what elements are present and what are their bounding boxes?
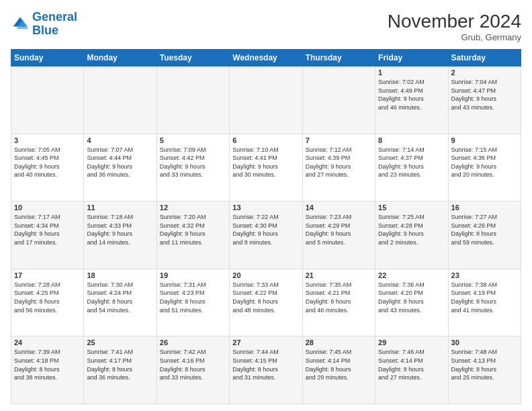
day-number: 24 <box>14 338 81 347</box>
calendar-cell <box>302 66 375 134</box>
day-info: Sunrise: 7:42 AM Sunset: 4:16 PM Dayligh… <box>160 348 226 381</box>
logo-text: General Blue <box>32 11 77 38</box>
day-info: Sunrise: 7:33 AM Sunset: 4:22 PM Dayligh… <box>232 281 299 314</box>
weekday-header-saturday: Saturday <box>448 50 521 66</box>
day-info: Sunrise: 7:09 AM Sunset: 4:42 PM Dayligh… <box>160 146 226 179</box>
header: General Blue November 2024 Grub, Germany <box>11 11 521 42</box>
calendar-cell: 30Sunrise: 7:48 AM Sunset: 4:13 PM Dayli… <box>448 336 521 404</box>
weekday-header-row: SundayMondayTuesdayWednesdayThursdayFrid… <box>11 50 521 66</box>
day-number: 27 <box>232 338 299 347</box>
day-number: 7 <box>306 136 372 144</box>
day-info: Sunrise: 7:17 AM Sunset: 4:34 PM Dayligh… <box>14 213 81 246</box>
calendar-cell: 2Sunrise: 7:04 AM Sunset: 4:47 PM Daylig… <box>448 66 521 134</box>
day-number: 8 <box>378 136 445 144</box>
day-info: Sunrise: 7:07 AM Sunset: 4:44 PM Dayligh… <box>87 146 153 179</box>
day-number: 14 <box>306 203 372 212</box>
day-info: Sunrise: 7:14 AM Sunset: 4:37 PM Dayligh… <box>378 146 445 179</box>
day-number: 12 <box>160 203 226 212</box>
day-info: Sunrise: 7:35 AM Sunset: 4:21 PM Dayligh… <box>306 281 372 314</box>
day-info: Sunrise: 7:25 AM Sunset: 4:28 PM Dayligh… <box>378 213 445 246</box>
day-number: 9 <box>451 136 518 144</box>
logo: General Blue <box>11 11 77 38</box>
calendar-cell: 10Sunrise: 7:17 AM Sunset: 4:34 PM Dayli… <box>11 201 84 269</box>
day-info: Sunrise: 7:46 AM Sunset: 4:14 PM Dayligh… <box>378 348 445 381</box>
day-info: Sunrise: 7:23 AM Sunset: 4:29 PM Dayligh… <box>306 213 372 246</box>
day-number: 30 <box>451 338 518 347</box>
day-info: Sunrise: 7:39 AM Sunset: 4:18 PM Dayligh… <box>14 348 81 381</box>
day-number: 17 <box>14 271 81 279</box>
calendar-cell: 13Sunrise: 7:22 AM Sunset: 4:30 PM Dayli… <box>230 201 302 269</box>
day-number: 28 <box>306 338 372 347</box>
day-info: Sunrise: 7:20 AM Sunset: 4:32 PM Dayligh… <box>160 213 226 246</box>
weekday-header-thursday: Thursday <box>302 50 375 66</box>
calendar-cell: 27Sunrise: 7:44 AM Sunset: 4:15 PM Dayli… <box>230 336 302 404</box>
day-info: Sunrise: 7:12 AM Sunset: 4:39 PM Dayligh… <box>306 146 372 179</box>
day-number: 1 <box>378 68 445 77</box>
calendar-cell: 23Sunrise: 7:38 AM Sunset: 4:19 PM Dayli… <box>448 269 521 336</box>
calendar-cell: 25Sunrise: 7:41 AM Sunset: 4:17 PM Dayli… <box>84 336 157 404</box>
day-info: Sunrise: 7:28 AM Sunset: 4:25 PM Dayligh… <box>14 281 81 314</box>
weekday-header-sunday: Sunday <box>11 50 84 66</box>
calendar-cell: 5Sunrise: 7:09 AM Sunset: 4:42 PM Daylig… <box>157 134 229 201</box>
calendar-cell: 19Sunrise: 7:31 AM Sunset: 4:23 PM Dayli… <box>157 269 229 336</box>
calendar-cell: 8Sunrise: 7:14 AM Sunset: 4:37 PM Daylig… <box>375 134 448 201</box>
day-number: 29 <box>378 338 445 347</box>
day-info: Sunrise: 7:38 AM Sunset: 4:19 PM Dayligh… <box>451 281 518 314</box>
day-number: 23 <box>451 271 518 279</box>
calendar-cell: 9Sunrise: 7:15 AM Sunset: 4:36 PM Daylig… <box>448 134 521 201</box>
day-number: 15 <box>378 203 445 212</box>
day-info: Sunrise: 7:22 AM Sunset: 4:30 PM Dayligh… <box>232 213 299 246</box>
calendar-cell: 28Sunrise: 7:45 AM Sunset: 4:14 PM Dayli… <box>302 336 375 404</box>
calendar-cell: 29Sunrise: 7:46 AM Sunset: 4:14 PM Dayli… <box>375 336 448 404</box>
day-number: 21 <box>306 271 372 279</box>
day-number: 18 <box>87 271 153 279</box>
calendar-cell: 6Sunrise: 7:10 AM Sunset: 4:41 PM Daylig… <box>230 134 302 201</box>
day-number: 20 <box>232 271 299 279</box>
day-info: Sunrise: 7:27 AM Sunset: 4:26 PM Dayligh… <box>451 213 518 246</box>
calendar-cell: 12Sunrise: 7:20 AM Sunset: 4:32 PM Dayli… <box>157 201 229 269</box>
calendar-cell: 18Sunrise: 7:30 AM Sunset: 4:24 PM Dayli… <box>84 269 157 336</box>
page: General Blue November 2024 Grub, Germany… <box>0 0 532 411</box>
day-number: 2 <box>451 68 518 77</box>
day-info: Sunrise: 7:41 AM Sunset: 4:17 PM Dayligh… <box>87 348 153 381</box>
day-number: 16 <box>451 203 518 212</box>
calendar-cell: 22Sunrise: 7:36 AM Sunset: 4:20 PM Dayli… <box>375 269 448 336</box>
calendar-cell: 14Sunrise: 7:23 AM Sunset: 4:29 PM Dayli… <box>302 201 375 269</box>
weekday-header-monday: Monday <box>84 50 157 66</box>
day-info: Sunrise: 7:05 AM Sunset: 4:45 PM Dayligh… <box>14 146 81 179</box>
calendar-cell <box>230 66 302 134</box>
week-row-5: 24Sunrise: 7:39 AM Sunset: 4:18 PM Dayli… <box>11 336 521 404</box>
day-number: 4 <box>87 136 153 144</box>
day-number: 6 <box>232 136 299 144</box>
calendar-cell: 3Sunrise: 7:05 AM Sunset: 4:45 PM Daylig… <box>11 134 84 201</box>
day-number: 10 <box>14 203 81 212</box>
calendar-cell: 17Sunrise: 7:28 AM Sunset: 4:25 PM Dayli… <box>11 269 84 336</box>
calendar-cell: 26Sunrise: 7:42 AM Sunset: 4:16 PM Dayli… <box>157 336 229 404</box>
logo-icon <box>11 15 30 34</box>
day-number: 11 <box>87 203 153 212</box>
day-info: Sunrise: 7:30 AM Sunset: 4:24 PM Dayligh… <box>87 281 153 314</box>
day-info: Sunrise: 7:44 AM Sunset: 4:15 PM Dayligh… <box>232 348 299 381</box>
logo-line2: Blue <box>32 24 58 37</box>
calendar-cell: 15Sunrise: 7:25 AM Sunset: 4:28 PM Dayli… <box>375 201 448 269</box>
day-info: Sunrise: 7:18 AM Sunset: 4:33 PM Dayligh… <box>87 213 153 246</box>
day-number: 3 <box>14 136 81 144</box>
calendar-cell: 21Sunrise: 7:35 AM Sunset: 4:21 PM Dayli… <box>302 269 375 336</box>
logo-line1: General <box>32 10 77 24</box>
weekday-header-friday: Friday <box>375 50 448 66</box>
day-number: 19 <box>160 271 226 279</box>
calendar-cell: 11Sunrise: 7:18 AM Sunset: 4:33 PM Dayli… <box>84 201 157 269</box>
calendar-cell: 24Sunrise: 7:39 AM Sunset: 4:18 PM Dayli… <box>11 336 84 404</box>
day-number: 5 <box>160 136 226 144</box>
week-row-3: 10Sunrise: 7:17 AM Sunset: 4:34 PM Dayli… <box>11 201 521 269</box>
day-info: Sunrise: 7:04 AM Sunset: 4:47 PM Dayligh… <box>451 78 518 111</box>
day-info: Sunrise: 7:48 AM Sunset: 4:13 PM Dayligh… <box>451 348 518 381</box>
week-row-2: 3Sunrise: 7:05 AM Sunset: 4:45 PM Daylig… <box>11 134 521 201</box>
day-number: 22 <box>378 271 445 279</box>
week-row-1: 1Sunrise: 7:02 AM Sunset: 4:49 PM Daylig… <box>11 66 521 134</box>
calendar-cell <box>11 66 84 134</box>
day-number: 26 <box>160 338 226 347</box>
day-info: Sunrise: 7:36 AM Sunset: 4:20 PM Dayligh… <box>378 281 445 314</box>
calendar-cell <box>84 66 157 134</box>
day-info: Sunrise: 7:31 AM Sunset: 4:23 PM Dayligh… <box>160 281 226 314</box>
